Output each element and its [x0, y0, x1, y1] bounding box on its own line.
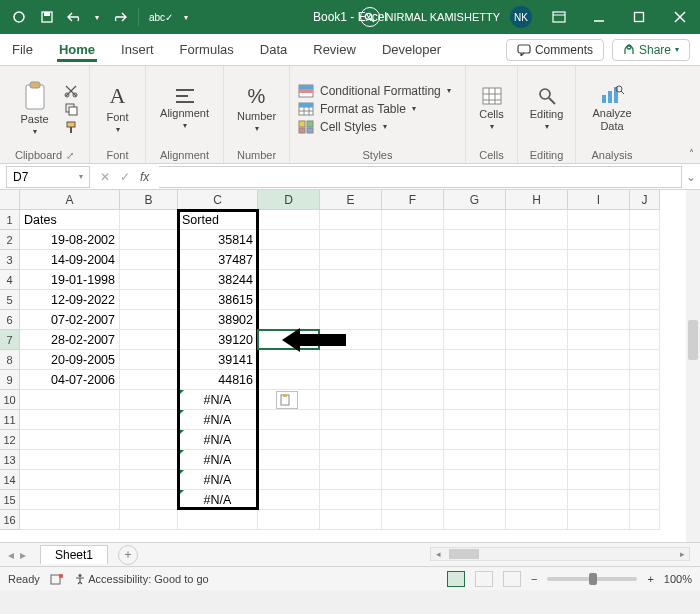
cell-H1[interactable]: [506, 210, 568, 230]
col-header-F[interactable]: F: [382, 190, 444, 210]
analyze-data-button[interactable]: Analyze Data: [584, 76, 640, 142]
cell-G7[interactable]: [444, 330, 506, 350]
row-header-5[interactable]: 5: [0, 290, 20, 310]
cell-B1[interactable]: [120, 210, 178, 230]
zoom-out-button[interactable]: −: [531, 573, 537, 585]
cell-C10[interactable]: #N/A: [178, 390, 258, 410]
cell-J15[interactable]: [630, 490, 660, 510]
cell-D6[interactable]: [258, 310, 320, 330]
cell-J5[interactable]: [630, 290, 660, 310]
formula-input[interactable]: [159, 166, 682, 188]
paste-options-button[interactable]: [276, 391, 298, 409]
cell-A14[interactable]: [20, 470, 120, 490]
cell-H5[interactable]: [506, 290, 568, 310]
cell-I12[interactable]: [568, 430, 630, 450]
cell-C16[interactable]: [178, 510, 258, 530]
cell-C2[interactable]: 35814: [178, 230, 258, 250]
collapse-ribbon-icon[interactable]: ˄: [689, 148, 694, 159]
cell-A4[interactable]: 19-01-1998: [20, 270, 120, 290]
error-indicator-icon[interactable]: [178, 410, 184, 416]
cell-F7[interactable]: [382, 330, 444, 350]
cell-D12[interactable]: [258, 430, 320, 450]
cell-G1[interactable]: [444, 210, 506, 230]
cells-button[interactable]: Cells▾: [474, 76, 509, 142]
cancel-formula-icon[interactable]: ✕: [100, 170, 110, 184]
format-painter-icon[interactable]: [64, 120, 78, 134]
ribbon-display-button[interactable]: [540, 0, 578, 34]
cell-F5[interactable]: [382, 290, 444, 310]
expand-formula-bar-icon[interactable]: ⌄: [682, 170, 700, 184]
cell-A8[interactable]: 20-09-2005: [20, 350, 120, 370]
add-sheet-button[interactable]: ＋: [118, 545, 138, 565]
cell-J3[interactable]: [630, 250, 660, 270]
cell-G5[interactable]: [444, 290, 506, 310]
cell-I11[interactable]: [568, 410, 630, 430]
cell-E9[interactable]: [320, 370, 382, 390]
row-header-1[interactable]: 1: [0, 210, 20, 230]
zoom-slider[interactable]: [547, 577, 637, 581]
cell-D2[interactable]: [258, 230, 320, 250]
cell-E4[interactable]: [320, 270, 382, 290]
cell-I6[interactable]: [568, 310, 630, 330]
cell-H3[interactable]: [506, 250, 568, 270]
col-header-I[interactable]: I: [568, 190, 630, 210]
cut-icon[interactable]: [64, 84, 78, 98]
col-header-C[interactable]: C: [178, 190, 258, 210]
cell-E3[interactable]: [320, 250, 382, 270]
cell-F2[interactable]: [382, 230, 444, 250]
cell-C11[interactable]: #N/A: [178, 410, 258, 430]
zoom-slider-knob[interactable]: [589, 573, 597, 585]
col-header-B[interactable]: B: [120, 190, 178, 210]
select-all-corner[interactable]: [0, 190, 20, 210]
cell-D11[interactable]: [258, 410, 320, 430]
cell-D13[interactable]: [258, 450, 320, 470]
row-header-13[interactable]: 13: [0, 450, 20, 470]
row-header-3[interactable]: 3: [0, 250, 20, 270]
error-indicator-icon[interactable]: [178, 390, 184, 396]
error-indicator-icon[interactable]: [178, 490, 184, 496]
redo-button[interactable]: [108, 6, 130, 28]
cell-J11[interactable]: [630, 410, 660, 430]
save-icon[interactable]: [36, 6, 58, 28]
worksheet-grid[interactable]: ABCDEFGHIJ 12345678910111213141516 Dates…: [0, 190, 700, 542]
col-header-A[interactable]: A: [20, 190, 120, 210]
search-icon[interactable]: [360, 7, 380, 27]
cell-B3[interactable]: [120, 250, 178, 270]
cell-J4[interactable]: [630, 270, 660, 290]
vertical-scrollbar[interactable]: [686, 190, 700, 542]
tab-review[interactable]: Review: [311, 38, 358, 61]
cell-G13[interactable]: [444, 450, 506, 470]
cell-J6[interactable]: [630, 310, 660, 330]
cell-I10[interactable]: [568, 390, 630, 410]
cell-D15[interactable]: [258, 490, 320, 510]
editing-button[interactable]: Editing▾: [526, 76, 567, 142]
cell-B15[interactable]: [120, 490, 178, 510]
cell-F4[interactable]: [382, 270, 444, 290]
cell-C9[interactable]: 44816: [178, 370, 258, 390]
cell-H9[interactable]: [506, 370, 568, 390]
cell-D14[interactable]: [258, 470, 320, 490]
cell-I5[interactable]: [568, 290, 630, 310]
cell-B11[interactable]: [120, 410, 178, 430]
cell-E6[interactable]: [320, 310, 382, 330]
cell-A5[interactable]: 12-09-2022: [20, 290, 120, 310]
cell-J13[interactable]: [630, 450, 660, 470]
cell-E8[interactable]: [320, 350, 382, 370]
row-header-8[interactable]: 8: [0, 350, 20, 370]
cell-I1[interactable]: [568, 210, 630, 230]
cell-J9[interactable]: [630, 370, 660, 390]
fx-icon[interactable]: fx: [140, 170, 149, 184]
cell-C13[interactable]: #N/A: [178, 450, 258, 470]
cell-H2[interactable]: [506, 230, 568, 250]
cell-I15[interactable]: [568, 490, 630, 510]
qat-customize-icon[interactable]: ▾: [181, 6, 191, 28]
cell-D4[interactable]: [258, 270, 320, 290]
minimize-button[interactable]: [580, 0, 618, 34]
comments-button[interactable]: Comments: [506, 39, 604, 61]
cell-A11[interactable]: [20, 410, 120, 430]
cell-G12[interactable]: [444, 430, 506, 450]
cell-E10[interactable]: [320, 390, 382, 410]
cell-H10[interactable]: [506, 390, 568, 410]
cell-D1[interactable]: [258, 210, 320, 230]
row-header-12[interactable]: 12: [0, 430, 20, 450]
